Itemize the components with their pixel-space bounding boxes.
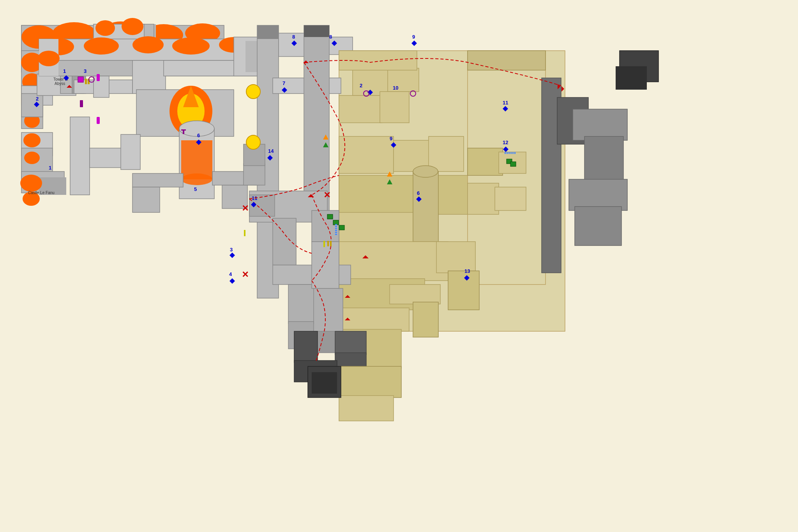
svg-text:3: 3 — [84, 68, 87, 74]
elevation-low-label: Low — [642, 494, 651, 500]
table-row: 13Ocean Elixir — [57, 224, 147, 232]
svg-point-42 — [177, 94, 205, 129]
svg-rect-203 — [335, 232, 337, 233]
legend-area-exit: Area exit — [87, 491, 150, 499]
mirage-door-icon: ⊤ — [87, 479, 98, 488]
svg-rect-40 — [136, 90, 234, 136]
legend-container: Switch Gate (activated by matching switc… — [12, 479, 362, 516]
trapped-label: Trapped pressure plate — [179, 495, 231, 502]
table-row: 5Spell Ring (Rock Bridge) — [57, 162, 147, 170]
svg-rect-76 — [249, 191, 327, 222]
svg-rect-103 — [616, 66, 647, 90]
svg-marker-166 — [267, 155, 273, 161]
svg-rect-27 — [21, 94, 43, 117]
svg-rect-71 — [304, 25, 329, 37]
svg-rect-117 — [390, 285, 440, 304]
svg-text:Abyss: Abyss — [55, 81, 65, 86]
illusory-label: Illusory wall — [25, 509, 51, 516]
svg-point-3 — [21, 25, 56, 49]
svg-text:8: 8 — [329, 34, 332, 40]
svg-rect-173 — [97, 74, 100, 81]
svg-rect-84 — [413, 171, 438, 242]
legend-trapped: Trapped pressure plate — [166, 495, 231, 502]
svg-rect-34 — [132, 60, 166, 94]
items-table: Items 11 Silver2Crystal Shard350 Silver4… — [57, 121, 147, 281]
sand-temple-title: Sand Temple — [635, 55, 712, 69]
svg-rect-113 — [312, 242, 339, 288]
svg-marker-164 — [464, 275, 470, 281]
svg-rect-29 — [60, 66, 84, 94]
elevation-segment — [671, 492, 680, 501]
legend-col-4: NPC (Sheryl the Crow) Item POI or secret — [247, 479, 303, 516]
svg-marker-177 — [323, 134, 328, 140]
svg-marker-160 — [196, 140, 201, 145]
svg-rect-80 — [394, 140, 431, 171]
svg-text:7: 7 — [282, 80, 285, 86]
svg-text:9: 9 — [412, 34, 415, 40]
svg-point-25 — [24, 114, 40, 128]
legend-poi: POI or secret — [247, 505, 303, 512]
svg-point-56 — [181, 173, 212, 185]
svg-marker-149 — [303, 60, 309, 63]
svg-point-16 — [43, 38, 74, 55]
svg-text:8: 8 — [292, 34, 295, 40]
svg-rect-37 — [164, 60, 265, 76]
svg-point-48 — [23, 133, 41, 147]
svg-text:10: 10 — [393, 85, 398, 91]
svg-rect-91 — [308, 331, 343, 353]
svg-rect-210 — [514, 152, 516, 154]
legend-illusory: Illusory wall — [12, 509, 72, 516]
legend-save-crystal: Save crystal — [87, 502, 150, 510]
svg-rect-207 — [508, 152, 510, 154]
legend-switch: Switch — [12, 479, 72, 491]
svg-rect-93 — [335, 353, 366, 376]
svg-marker-43 — [183, 86, 199, 107]
table-row: 75 Silver — [57, 177, 147, 185]
svg-rect-73 — [222, 185, 247, 209]
svg-rect-67 — [273, 78, 341, 94]
svg-rect-105 — [499, 152, 526, 173]
legend-col-2: ⊤ One-Way mirage door Area exit Save cry… — [87, 479, 150, 516]
svg-rect-205 — [505, 152, 506, 154]
svg-rect-60 — [257, 25, 279, 39]
valve-label: Valves to enter Sand Temple — [179, 479, 218, 491]
svg-point-23 — [22, 73, 42, 90]
svg-rect-72 — [212, 171, 259, 185]
svg-rect-175 — [85, 79, 87, 84]
elevation-bar: Low High — [642, 492, 728, 501]
svg-rect-95 — [468, 51, 546, 70]
svg-marker-179 — [387, 171, 392, 177]
svg-text:✕: ✕ — [242, 270, 249, 279]
legend-valve: Valves to enter Sand Temple — [166, 479, 231, 491]
svg-point-22 — [21, 53, 43, 72]
table-row: 350 Silver — [57, 146, 147, 154]
svg-rect-68 — [339, 95, 382, 123]
svg-text:1: 1 — [49, 165, 51, 171]
table-row: 14Spell Ring (Ignis Calor) — [57, 232, 147, 240]
svg-rect-89 — [339, 329, 401, 368]
svg-text:13: 13 — [464, 268, 470, 274]
svg-rect-201 — [335, 228, 337, 229]
svg-rect-114 — [312, 210, 339, 242]
svg-marker-153 — [64, 75, 69, 81]
items-table-header: Items — [57, 122, 147, 131]
svg-point-6 — [144, 24, 183, 46]
svg-point-33 — [38, 51, 60, 66]
item-label: Item — [260, 495, 270, 502]
svg-rect-61 — [279, 33, 310, 57]
svg-rect-100 — [569, 179, 627, 210]
svg-rect-206 — [507, 152, 508, 154]
svg-rect-55 — [181, 140, 212, 179]
svg-rect-86 — [339, 242, 448, 281]
svg-point-5 — [103, 21, 138, 41]
svg-rect-198 — [330, 241, 332, 246]
elevation-segment — [706, 492, 715, 501]
svg-marker-150 — [308, 194, 314, 197]
table-row: 6Mana Vial — [57, 170, 147, 177]
svg-rect-94 — [468, 51, 546, 285]
svg-point-189 — [89, 77, 94, 82]
svg-marker-157 — [411, 41, 417, 46]
svg-rect-194 — [183, 129, 184, 134]
svg-text:11: 11 — [252, 195, 257, 201]
elevation-segment — [662, 492, 671, 501]
